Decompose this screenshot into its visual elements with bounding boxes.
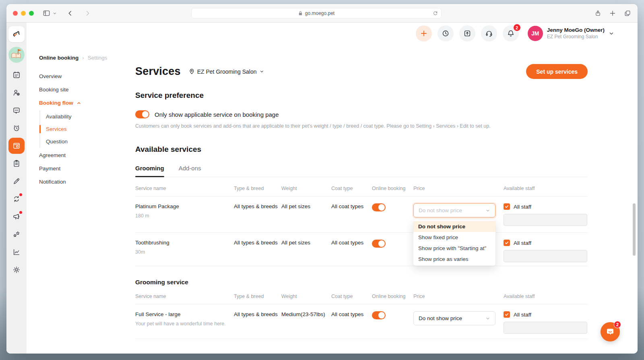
staff-select-box[interactable] — [504, 214, 587, 226]
weight-value: All pet sizes — [281, 233, 331, 266]
dropdown-option[interactable]: Do not show price — [413, 221, 495, 232]
col-online-booking: Online booking — [372, 186, 413, 191]
sidebar-chevron-icon[interactable] — [53, 11, 57, 15]
sidebar-item-reports[interactable] — [8, 244, 25, 260]
sidebar-item-settings[interactable] — [8, 262, 25, 278]
chevron-up-icon — [76, 101, 81, 106]
check-icon — [505, 312, 509, 317]
type-breed-value: All types & breeds — [234, 233, 281, 266]
getting-started-illustration[interactable] — [8, 47, 25, 63]
sidebar-item-booking-site[interactable]: Booking site — [39, 83, 135, 96]
time-clock-button[interactable] — [438, 25, 454, 41]
minimize-window-button[interactable] — [21, 11, 26, 16]
service-preference-heading: Service preference — [135, 91, 588, 100]
price-dropdown-menu: Do not show price Show fixed price Show … — [413, 220, 495, 266]
sidebar-item-messages[interactable] — [8, 102, 25, 118]
chat-widget-button[interactable]: 2 — [601, 322, 620, 341]
tab-grooming[interactable]: Grooming — [135, 165, 164, 172]
col-available-staff: Available staff — [504, 294, 588, 299]
sidebar-item-calendar[interactable] — [8, 67, 25, 83]
col-type-breed: Type & breed — [234, 294, 281, 299]
sidebar-item-loyalty[interactable] — [8, 226, 25, 242]
col-coat-type: Coat type — [331, 294, 372, 299]
sidebar-item-overview[interactable]: Overview — [39, 70, 135, 83]
set-up-services-button[interactable]: Set up services — [526, 64, 588, 79]
sidebar-item-retail[interactable] — [8, 191, 25, 207]
tab-overview-icon[interactable] — [624, 10, 631, 17]
sidebar-item-availability[interactable]: Availability — [40, 110, 135, 123]
price-select-value: Do not show price — [419, 315, 462, 321]
dropdown-option[interactable]: Show price as varies — [413, 254, 495, 265]
all-staff-checkbox[interactable] — [504, 203, 510, 210]
notifications-bell-button[interactable]: 2 — [503, 25, 519, 41]
back-button[interactable] — [66, 10, 74, 17]
new-tab-icon[interactable] — [609, 10, 616, 17]
staff-select-box[interactable] — [504, 322, 587, 334]
col-available-staff: Available staff — [504, 186, 588, 191]
quick-add-button[interactable] — [416, 25, 432, 41]
moego-logo[interactable] — [8, 26, 25, 42]
all-staff-checkbox[interactable] — [504, 240, 510, 246]
sidebar-item-payment[interactable]: Payment — [39, 162, 135, 175]
sidebar-toggle-icon[interactable] — [43, 9, 50, 17]
forward-button[interactable] — [84, 10, 91, 17]
online-booking-toggle[interactable] — [372, 240, 386, 248]
type-breed-value: All types & breeds — [234, 304, 281, 339]
col-online-booking: Online booking — [372, 294, 413, 299]
chevron-down-icon — [485, 208, 490, 213]
online-booking-toggle[interactable] — [372, 203, 386, 211]
sidebar-item-notification[interactable]: Notification — [39, 175, 135, 188]
window-controls — [13, 11, 34, 16]
breadcrumb-online-booking[interactable]: Online booking — [39, 55, 78, 61]
sidebar-item-clients[interactable] — [8, 85, 25, 101]
address-bar[interactable]: go.moego.pet — [191, 8, 442, 19]
service-tabs: Grooming Add-ons — [135, 165, 588, 177]
price-select[interactable]: Do not show price — [413, 203, 495, 217]
sidebar-item-agreement[interactable]: Agreement — [39, 149, 135, 162]
col-weight: Weight — [281, 186, 331, 191]
all-staff-label: All staff — [514, 312, 531, 318]
sidebar-item-reminders[interactable] — [8, 120, 25, 136]
lock-icon — [298, 11, 303, 16]
sidebar-item-online-booking[interactable] — [8, 138, 25, 154]
check-icon — [505, 241, 509, 245]
available-services-heading: Available services — [135, 145, 588, 154]
scrollbar-thumb[interactable] — [633, 203, 636, 256]
col-weight: Weight — [281, 294, 331, 299]
coat-type-value: All coat types — [331, 233, 372, 266]
sidebar-item-agreements[interactable] — [8, 173, 25, 189]
sidebar-item-services[interactable]: Services — [40, 123, 135, 135]
sidebar-item-question[interactable]: Question — [40, 135, 135, 148]
chat-bubble-icon — [605, 327, 615, 337]
all-staff-checkbox[interactable] — [504, 311, 510, 318]
reload-icon[interactable] — [433, 10, 438, 16]
price-select-value: Do not show price — [419, 207, 462, 213]
tab-add-ons[interactable]: Add-ons — [179, 165, 201, 172]
notification-count-badge: 2 — [514, 24, 520, 31]
sidebar-item-invoices[interactable] — [8, 155, 25, 172]
location-selector[interactable]: EZ Pet Grooming Salon — [189, 68, 264, 75]
all-staff-label: All staff — [514, 240, 531, 246]
share-export-button[interactable] — [459, 25, 475, 41]
col-coat-type: Coat type — [331, 186, 372, 191]
close-window-button[interactable] — [13, 11, 18, 16]
service-duration: 180 m — [135, 213, 234, 219]
dropdown-option[interactable]: Show price with "Starting at" — [413, 243, 495, 254]
support-headset-button[interactable] — [481, 25, 497, 41]
table-header: Service name Type & breed Weight Coat ty… — [135, 177, 588, 197]
zoom-window-button[interactable] — [29, 11, 34, 16]
share-icon[interactable] — [594, 10, 601, 17]
notification-dot — [19, 211, 22, 214]
sidebar-item-marketing[interactable] — [8, 209, 25, 225]
account-menu[interactable]: JM Jenny MoeGo (Owner) EZ Pet Grooming S… — [528, 26, 614, 41]
dropdown-option[interactable]: Show fixed price — [413, 232, 495, 243]
location-pin-icon — [189, 68, 195, 74]
table-row: Toothbrushing 30m All types & breeds All… — [135, 233, 588, 266]
table-row: Full Service - large Your pet will have … — [135, 304, 588, 339]
price-select[interactable]: Do not show price — [413, 311, 495, 325]
staff-select-box[interactable] — [504, 250, 587, 262]
applicable-service-toggle[interactable] — [135, 110, 149, 118]
breadcrumb-separator: › — [82, 55, 84, 61]
online-booking-toggle[interactable] — [372, 311, 386, 319]
sidebar-item-booking-flow[interactable]: Booking flow — [39, 96, 135, 110]
